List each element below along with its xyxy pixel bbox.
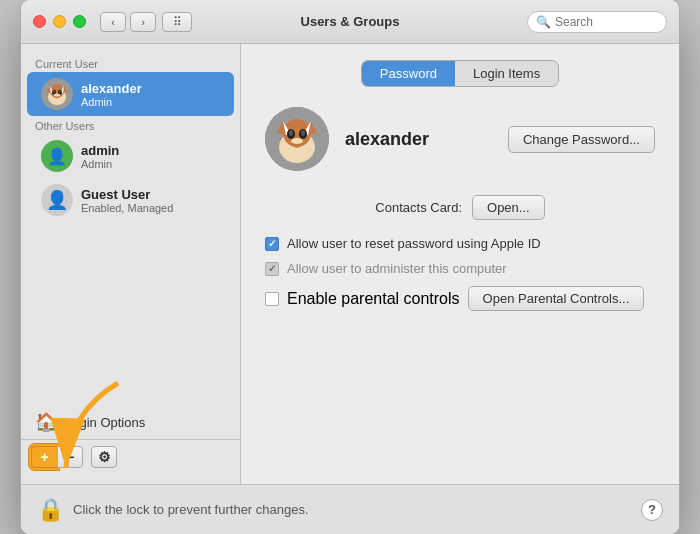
options-list: Allow user to reset password using Apple… <box>265 236 655 311</box>
grid-button[interactable]: ⠿ <box>162 12 192 32</box>
traffic-lights <box>33 15 86 28</box>
contacts-card-row: Contacts Card: Open... <box>265 195 655 220</box>
sidebar-item-guest[interactable]: 👤 Guest User Enabled, Managed <box>27 178 234 222</box>
sidebar-toolbar: + − ⚙ <box>21 439 240 474</box>
option-administer: Allow user to administer this computer <box>265 261 655 276</box>
maximize-button[interactable] <box>73 15 86 28</box>
detail-panel: Password Login Items <box>241 44 679 484</box>
lock-icon[interactable]: 🔒 <box>37 497 63 523</box>
tab-container: Password Login Items <box>361 60 559 87</box>
user-info-guest: Guest User Enabled, Managed <box>81 187 173 214</box>
gear-button[interactable]: ⚙ <box>91 446 117 468</box>
svg-point-21 <box>289 130 293 136</box>
window-title: Users & Groups <box>301 14 400 29</box>
change-password-button[interactable]: Change Password... <box>508 126 655 153</box>
option-label-parental: Enable parental controls <box>287 290 460 308</box>
search-input[interactable] <box>555 15 658 29</box>
user-info-alexander: alexander Admin <box>81 81 142 108</box>
search-icon: 🔍 <box>536 15 551 29</box>
tab-login-items[interactable]: Login Items <box>455 61 558 86</box>
minimize-button[interactable] <box>53 15 66 28</box>
search-bar[interactable]: 🔍 <box>527 11 667 33</box>
forward-button[interactable]: › <box>130 12 156 32</box>
user-info-admin: admin Admin <box>81 143 119 170</box>
forward-icon: › <box>141 16 145 28</box>
sidebar: Current User <box>21 44 241 484</box>
avatar-large-alexander <box>265 107 329 171</box>
user-name-guest: Guest User <box>81 187 173 202</box>
back-button[interactable]: ‹ <box>100 12 126 32</box>
title-bar: ‹ › ⠿ Users & Groups 🔍 <box>21 0 679 44</box>
fox-avatar-large <box>265 107 329 171</box>
svg-point-9 <box>53 90 55 93</box>
checkbox-parental[interactable] <box>265 292 279 306</box>
svg-point-22 <box>301 130 305 136</box>
avatar-alexander <box>41 78 73 110</box>
main-content: Current User <box>21 44 679 484</box>
login-options-label: Login Options <box>65 415 145 430</box>
user-name-alexander: alexander <box>81 81 142 96</box>
checkbox-reset-password[interactable] <box>265 237 279 251</box>
other-users-label: Other Users <box>21 116 240 134</box>
avatar-guest: 👤 <box>41 184 73 216</box>
detail-username: alexander <box>345 129 492 150</box>
option-label-administer: Allow user to administer this computer <box>287 261 507 276</box>
close-button[interactable] <box>33 15 46 28</box>
open-contacts-button[interactable]: Open... <box>472 195 545 220</box>
lock-text: Click the lock to prevent further change… <box>73 502 309 517</box>
option-label-reset-password: Allow user to reset password using Apple… <box>287 236 541 251</box>
sidebar-item-alexander[interactable]: alexander Admin <box>27 72 234 116</box>
user-role-admin: Admin <box>81 158 119 170</box>
add-user-button[interactable]: + <box>31 446 57 468</box>
house-icon: 🏠 <box>35 411 57 433</box>
current-user-label: Current User <box>21 54 240 72</box>
fox-avatar-small <box>41 78 73 110</box>
tab-bar: Password Login Items <box>265 60 655 87</box>
nav-buttons: ‹ › <box>100 12 156 32</box>
svg-point-11 <box>54 94 60 97</box>
user-header: alexander Change Password... <box>265 107 655 171</box>
grid-icon: ⠿ <box>173 15 182 29</box>
remove-user-button[interactable]: − <box>57 446 83 468</box>
option-parental: Enable parental controls Open Parental C… <box>265 286 655 311</box>
open-parental-controls-button[interactable]: Open Parental Controls... <box>468 286 645 311</box>
back-icon: ‹ <box>111 16 115 28</box>
svg-point-10 <box>59 90 61 93</box>
sidebar-item-login-options[interactable]: 🏠 Login Options <box>21 405 240 439</box>
checkbox-administer[interactable] <box>265 262 279 276</box>
avatar-admin: 👤 <box>41 140 73 172</box>
tab-password[interactable]: Password <box>362 61 455 86</box>
sidebar-item-admin[interactable]: 👤 admin Admin <box>27 134 234 178</box>
svg-point-23 <box>291 138 303 144</box>
contacts-card-label: Contacts Card: <box>375 200 462 215</box>
option-reset-password: Allow user to reset password using Apple… <box>265 236 655 251</box>
user-role-alexander: Admin <box>81 96 142 108</box>
help-button[interactable]: ? <box>641 499 663 521</box>
user-name-admin: admin <box>81 143 119 158</box>
user-role-guest: Enabled, Managed <box>81 202 173 214</box>
bottom-bar: 🔒 Click the lock to prevent further chan… <box>21 484 679 534</box>
main-window: ‹ › ⠿ Users & Groups 🔍 Current User <box>20 0 680 534</box>
